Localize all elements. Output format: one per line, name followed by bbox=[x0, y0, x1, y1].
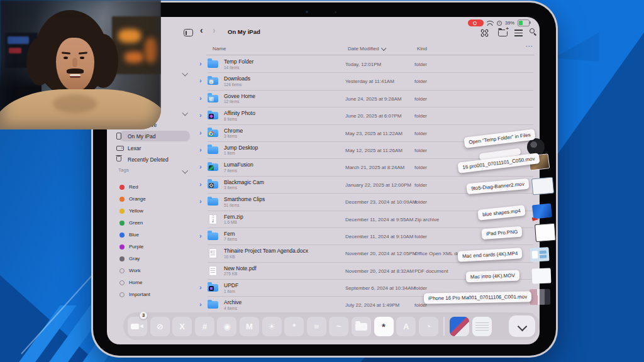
tag-color-dot bbox=[119, 221, 125, 226]
file-meta: 1.6 MB bbox=[224, 220, 237, 224]
disclosure-chevron-icon[interactable]: › bbox=[199, 197, 202, 205]
dock-app-icon[interactable]: * bbox=[284, 317, 304, 336]
file-name: Jump Desktop bbox=[224, 145, 258, 151]
drag-item-label[interactable]: Mac intro (4K).MOV bbox=[466, 270, 519, 283]
sidebar-tag[interactable]: Gray bbox=[107, 253, 198, 265]
sidebar-item-on-my-ipad[interactable]: On My iPad bbox=[119, 131, 190, 141]
dock-app-icon[interactable]: X bbox=[172, 317, 192, 336]
dock-app-icon[interactable]: A bbox=[396, 317, 416, 336]
disclosure-chevron-icon[interactable]: › bbox=[199, 94, 202, 102]
sidebar-item-recently-deleted[interactable]: Recently Deleted bbox=[107, 154, 169, 165]
forward-icon[interactable]: › bbox=[213, 25, 216, 35]
file-icon bbox=[208, 146, 218, 154]
file-date: December 11, 2024 at 9:10AM bbox=[345, 228, 413, 245]
column-header-kind[interactable]: Kind bbox=[417, 46, 427, 52]
new-folder-icon[interactable] bbox=[498, 30, 508, 36]
dock-app-icon[interactable]: # bbox=[195, 317, 214, 336]
disclosure-chevron-icon[interactable]: › bbox=[199, 283, 202, 291]
drag-item-label[interactable]: iPhone 16 Pro Ma001_07011106_C001.mov bbox=[424, 292, 531, 304]
video-thumbnail bbox=[532, 268, 552, 283]
tags-list: Red Orange Yellow bbox=[107, 181, 198, 300]
file-kind: folder bbox=[414, 56, 427, 73]
file-date: July 22, 2024 at 1:49PM bbox=[345, 297, 399, 314]
file-meta: 1 item bbox=[224, 151, 235, 155]
file-name: Smarthome Clips bbox=[224, 196, 265, 202]
sidebar-tag[interactable]: Important bbox=[107, 288, 198, 300]
view-grid-icon[interactable] bbox=[480, 29, 489, 37]
video-thumbnail bbox=[532, 203, 552, 219]
search-icon[interactable] bbox=[530, 28, 538, 36]
ipad-icon bbox=[116, 133, 121, 140]
dock-app-icon[interactable]: M bbox=[240, 317, 259, 336]
battery-icon bbox=[518, 19, 530, 26]
dock-app-icon[interactable]: ~ bbox=[329, 317, 348, 336]
column-header-date[interactable]: Date Modified bbox=[348, 46, 385, 52]
file-kind: Zip archive bbox=[414, 211, 439, 228]
dock-expand-chevron-button[interactable] bbox=[509, 315, 535, 337]
file-date: Yesterday at 11:41AM bbox=[345, 73, 394, 90]
file-kind: folder bbox=[414, 177, 427, 194]
file-meta: 124 items bbox=[224, 82, 242, 87]
file-meta: 1 item bbox=[224, 289, 235, 293]
file-icon bbox=[209, 248, 217, 258]
file-date: September 6, 2024 at 10:34AM bbox=[345, 280, 415, 297]
sidebar-tag[interactable]: Blue bbox=[107, 229, 198, 241]
sidebar-tag[interactable]: Home bbox=[107, 277, 198, 288]
section-collapse-chevron-icon[interactable] bbox=[182, 70, 188, 76]
status-bar: 39% bbox=[468, 19, 530, 26]
recording-indicator-icon[interactable] bbox=[468, 19, 484, 26]
disclosure-chevron-icon[interactable]: › bbox=[199, 163, 202, 170]
disclosure-chevron-icon[interactable]: › bbox=[199, 300, 202, 308]
battery-percent: 39% bbox=[505, 20, 514, 26]
sidebar-tag[interactable]: Work bbox=[107, 265, 198, 277]
column-header-name[interactable]: Name bbox=[213, 46, 226, 52]
dock-divider bbox=[443, 317, 444, 336]
dock-app-icon[interactable]: ≡ bbox=[307, 317, 326, 336]
external-drive-icon bbox=[116, 146, 124, 151]
sidebar-tag[interactable]: Orange bbox=[107, 193, 198, 205]
file-icon bbox=[208, 284, 218, 292]
disclosure-chevron-icon[interactable]: › bbox=[199, 129, 202, 136]
file-kind: folder bbox=[414, 90, 427, 107]
disclosure-chevron-icon[interactable]: › bbox=[199, 146, 202, 153]
dock-app-icon[interactable]: ⊘ bbox=[150, 317, 170, 336]
tag-color-dot bbox=[119, 280, 125, 285]
back-icon[interactable]: ‹ bbox=[200, 25, 203, 35]
sidebar-tag[interactable]: Purple bbox=[107, 241, 198, 253]
file-name: Archive bbox=[224, 299, 242, 305]
file-name: Thinaire Project Team Agenda.docx bbox=[224, 248, 308, 254]
sidebar-tag[interactable]: Yellow bbox=[107, 205, 198, 217]
file-meta: 14 items bbox=[224, 65, 240, 70]
file-icon bbox=[208, 112, 218, 119]
dock-app-icon[interactable] bbox=[352, 317, 371, 336]
file-name: Fern bbox=[224, 231, 235, 237]
dock-app-icon[interactable]: ☀ bbox=[262, 317, 282, 336]
list-view-icon[interactable] bbox=[514, 30, 523, 36]
disclosure-chevron-icon[interactable]: › bbox=[199, 77, 202, 84]
file-icon bbox=[208, 95, 218, 102]
file-name: Chrome bbox=[224, 128, 243, 134]
disclosure-chevron-icon[interactable]: › bbox=[199, 180, 202, 188]
more-columns-button[interactable]: ··· bbox=[526, 43, 533, 50]
file-date: May 12, 2025 at 11:26AM bbox=[345, 142, 402, 159]
file-date: December 11, 2024 at 9:55AM bbox=[345, 211, 413, 228]
file-date: Today, 12:01PM bbox=[345, 56, 381, 73]
dock-recent-app-icon[interactable] bbox=[472, 317, 492, 336]
sidebar-item-lexar[interactable]: Lexar bbox=[107, 143, 141, 153]
dock-app-icon[interactable]: ◉ bbox=[217, 317, 236, 336]
sidebar-tag[interactable]: Red bbox=[107, 181, 198, 193]
dock-app-icon[interactable]: * bbox=[374, 317, 394, 336]
disclosure-chevron-icon[interactable]: › bbox=[199, 232, 202, 239]
file-kind: folder bbox=[414, 73, 427, 90]
disclosure-chevron-icon[interactable]: › bbox=[199, 60, 202, 67]
wifi-icon bbox=[487, 20, 494, 26]
section-collapse-chevron-icon[interactable] bbox=[182, 110, 188, 116]
disclosure-chevron-icon[interactable]: › bbox=[199, 111, 202, 119]
file-meta: 275 KB bbox=[224, 272, 237, 276]
sidebar-tag[interactable]: Green bbox=[107, 217, 198, 229]
file-meta: 8 items bbox=[224, 117, 237, 121]
dock-app-icon[interactable]: ◔ bbox=[419, 317, 438, 336]
section-collapse-chevron-icon[interactable] bbox=[182, 168, 188, 173]
dock-recent-app-icon[interactable] bbox=[450, 317, 469, 336]
dock-app-icon[interactable] bbox=[128, 317, 147, 336]
